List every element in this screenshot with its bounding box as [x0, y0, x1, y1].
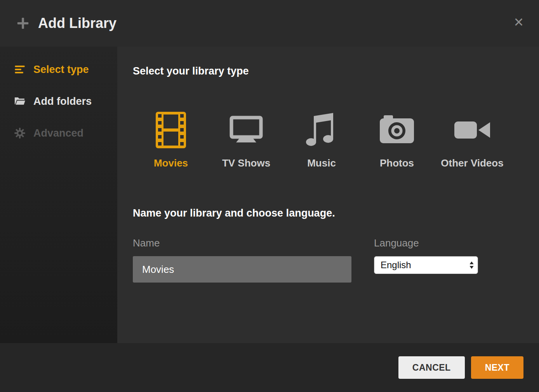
name-language-form: Name Language English — [133, 237, 523, 283]
film-strip-icon — [152, 111, 190, 149]
language-label: Language — [374, 237, 478, 249]
sidebar-item-advanced: Advanced — [0, 117, 117, 149]
type-label: Music — [307, 157, 336, 169]
type-label: Other Videos — [441, 157, 503, 169]
type-option-movies[interactable]: Movies — [138, 111, 203, 169]
sidebar-item-select-type[interactable]: Select type — [0, 54, 117, 85]
next-button[interactable]: NEXT — [471, 356, 523, 379]
folder-open-icon — [14, 95, 26, 107]
sidebar-item-label: Advanced — [33, 127, 83, 139]
name-section-title: Name your library and choose language. — [133, 207, 523, 219]
type-label: Photos — [380, 157, 414, 169]
library-name-input[interactable] — [133, 256, 351, 283]
type-label: TV Shows — [222, 157, 270, 169]
camera-icon — [378, 111, 416, 149]
main-panel: Select your library type — [117, 47, 539, 343]
type-label: Movies — [154, 157, 188, 169]
sidebar-item-label: Select type — [33, 64, 89, 76]
language-select[interactable]: English — [374, 256, 478, 274]
type-option-photos[interactable]: Photos — [364, 111, 429, 169]
dialog-header: Add Library × — [0, 0, 539, 47]
list-lines-icon — [14, 64, 26, 75]
sidebar-item-add-folders[interactable]: Add folders — [0, 85, 117, 117]
name-label: Name — [133, 237, 351, 249]
add-library-dialog: Add Library × Select type Add fol — [0, 0, 539, 392]
cancel-button[interactable]: CANCEL — [398, 356, 465, 379]
close-icon: × — [514, 13, 523, 31]
language-select-value: English — [381, 260, 411, 271]
video-camera-icon — [454, 111, 491, 149]
dialog-footer: CANCEL NEXT — [0, 343, 539, 392]
plus-icon — [16, 17, 30, 30]
music-note-icon — [303, 111, 340, 149]
type-section-title: Select your library type — [133, 65, 523, 77]
type-option-music[interactable]: Music — [289, 111, 354, 169]
type-option-other-videos[interactable]: Other Videos — [440, 111, 505, 169]
close-button[interactable]: × — [511, 12, 526, 33]
steps-sidebar: Select type Add folders Advanc — [0, 47, 117, 343]
tv-icon — [228, 111, 265, 149]
select-arrows-icon — [469, 260, 475, 270]
gear-icon — [14, 127, 26, 139]
sidebar-item-label: Add folders — [33, 95, 92, 108]
dialog-title: Add Library — [38, 15, 116, 31]
library-type-picker: Movies TV Shows — [133, 111, 523, 169]
dialog-body: Select type Add folders Advanc — [0, 47, 539, 343]
type-option-tv-shows[interactable]: TV Shows — [214, 111, 279, 169]
